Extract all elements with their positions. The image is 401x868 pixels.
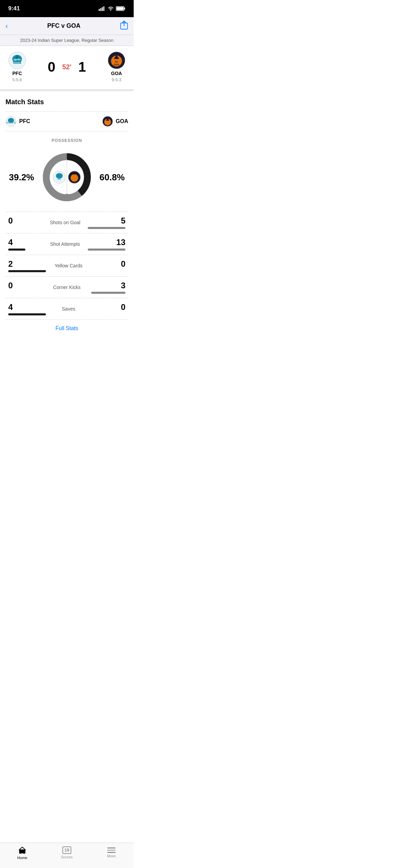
- svg-point-19: [115, 56, 118, 59]
- stat-away: 3: [87, 281, 128, 294]
- stat-away: 0: [88, 259, 128, 272]
- svg-rect-7: [117, 7, 124, 10]
- score-center: 0 52' 1: [48, 59, 86, 75]
- stat-away-value: 0: [121, 302, 125, 312]
- away-team-block: FC GOA GOA 9-5-3: [108, 51, 125, 82]
- full-stats-link[interactable]: Full Stats: [5, 320, 128, 337]
- home-team-name: PFC: [12, 71, 22, 76]
- home-team-header: PUNJAB FC PFC: [5, 116, 30, 127]
- stat-home-value: 4: [8, 302, 46, 312]
- teams-header: PUNJAB FC PFC GOA: [5, 111, 128, 131]
- svg-rect-3: [104, 7, 105, 11]
- svg-point-40: [65, 194, 69, 198]
- home-team-logo: apollo PUNJAB FC: [8, 51, 26, 69]
- stat-away: 5: [85, 216, 128, 229]
- svg-point-39: [73, 172, 75, 174]
- back-button[interactable]: ‹: [5, 22, 8, 30]
- stat-row: 4 Shot Attempts 13: [5, 233, 128, 255]
- score-numbers: 0 52' 1: [48, 59, 86, 75]
- league-subtitle: 2023-24 Indian Super League, Regular Sea…: [0, 35, 134, 46]
- away-mini-logo: [102, 116, 113, 127]
- svg-rect-2: [102, 7, 103, 11]
- stat-row: 2 Yellow Cards 0: [5, 255, 128, 277]
- away-score: 1: [78, 59, 86, 75]
- stat-away-value: 13: [116, 238, 125, 247]
- status-bar: 9:41: [0, 0, 134, 17]
- match-stats-section: Match Stats PUNJAB FC PFC GOA: [0, 91, 134, 337]
- svg-text:PUNJAB FC: PUNJAB FC: [6, 122, 16, 124]
- stat-home-value: 0: [8, 281, 44, 290]
- stat-label: Yellow Cards: [49, 259, 88, 272]
- stat-away: 0: [88, 302, 128, 315]
- stat-away-value: 3: [121, 281, 125, 290]
- away-team-name: GOA: [111, 71, 122, 76]
- nav-bar: ‹ PFC v GOA: [0, 17, 134, 35]
- svg-point-37: [71, 174, 78, 182]
- away-team-header: GOA: [102, 116, 128, 127]
- home-team-record: 5-5-8: [12, 77, 22, 82]
- stat-home-value: 4: [8, 238, 42, 247]
- away-possession: 60.8%: [99, 172, 125, 183]
- stat-home: 0: [5, 216, 45, 229]
- stat-row: 0 Shots on Goal 5: [5, 212, 128, 233]
- home-stat-bar: [8, 313, 46, 315]
- home-team-block: apollo PUNJAB FC PFC 5-5-8: [8, 51, 26, 82]
- score-row: apollo PUNJAB FC PFC 5-5-8 0 52' 1: [8, 51, 125, 82]
- away-stat-bar: [91, 292, 125, 294]
- stat-away-value: 0: [121, 259, 125, 269]
- stat-row: 4 Saves 0: [5, 298, 128, 320]
- stat-label: Corner Kicks: [46, 281, 87, 294]
- svg-point-33: [56, 173, 63, 179]
- stat-home: 0: [5, 281, 46, 294]
- svg-point-28: [107, 119, 108, 120]
- svg-text:PUNJAB FC: PUNJAB FC: [11, 62, 23, 64]
- stat-label: Shots on Goal: [45, 216, 85, 229]
- stat-home-value: 0: [8, 216, 42, 226]
- home-possession: 39.2%: [9, 172, 34, 183]
- svg-rect-0: [99, 9, 100, 11]
- possession-donut: PFC: [39, 150, 94, 205]
- wifi-icon: [108, 6, 114, 11]
- svg-text:apollo: apollo: [14, 58, 21, 61]
- away-stat-bar: [88, 249, 125, 251]
- status-time: 9:41: [8, 5, 20, 12]
- home-score: 0: [48, 59, 55, 75]
- svg-text:GOA: GOA: [114, 63, 119, 66]
- stat-label: Saves: [49, 302, 88, 315]
- away-team-label: GOA: [116, 118, 128, 124]
- possession-label: POSSESSION: [5, 138, 128, 143]
- match-time: 52': [62, 63, 71, 71]
- home-stat-bar: [8, 270, 46, 272]
- stat-home: 4: [5, 238, 45, 251]
- svg-point-4: [110, 10, 111, 11]
- svg-rect-6: [124, 8, 125, 10]
- stats-table: 0 Shots on Goal 5 4 Shot Attempts 13 2: [5, 212, 128, 320]
- possession-section: POSSESSION 39.2% PFC: [5, 131, 128, 212]
- home-team-label: PFC: [19, 118, 30, 124]
- share-button[interactable]: [120, 20, 128, 32]
- stat-away: 13: [85, 238, 128, 251]
- score-section: apollo PUNJAB FC PFC 5-5-8 0 52' 1: [0, 46, 134, 91]
- stat-row: 0 Corner Kicks 3: [5, 277, 128, 298]
- away-stat-bar: [88, 227, 125, 229]
- stat-home: 2: [5, 259, 49, 272]
- away-team-record: 9-5-3: [112, 77, 121, 82]
- possession-chart: 39.2% PFC: [5, 150, 128, 205]
- home-stat-bar: [8, 249, 25, 251]
- stat-home: 4: [5, 302, 49, 315]
- battery-icon: [116, 6, 125, 11]
- svg-rect-1: [100, 8, 101, 11]
- status-icons: [99, 6, 125, 11]
- stat-label: Shot Attempts: [45, 238, 85, 251]
- stat-home-value: 2: [8, 259, 46, 269]
- signal-icon: [99, 6, 106, 11]
- svg-text:PFC: PFC: [58, 178, 61, 180]
- home-mini-logo: PUNJAB FC: [5, 116, 16, 127]
- stat-away-value: 5: [121, 216, 125, 226]
- away-team-logo: FC GOA: [108, 51, 125, 69]
- match-title: PFC v GOA: [47, 22, 81, 29]
- svg-text:FC: FC: [115, 61, 118, 63]
- section-title: Match Stats: [5, 98, 128, 106]
